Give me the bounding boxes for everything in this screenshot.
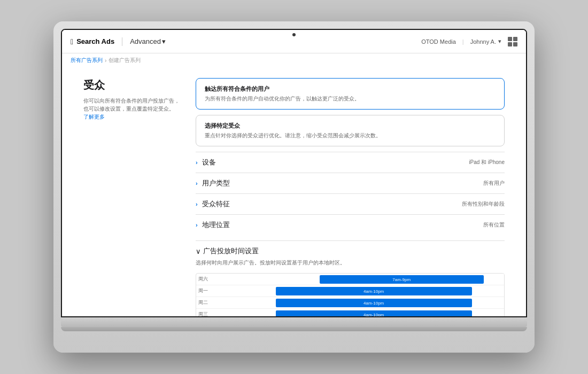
expand-icon-audience_traits: › xyxy=(196,201,198,207)
reach-all-users-option[interactable]: 触达所有符合条件的用户 为所有符合条件的用户自动优化你的广告，以触达更广泛的受众… xyxy=(196,78,505,110)
laptop-base xyxy=(61,317,527,327)
expand-devices[interactable]: › 设备 iPad 和 iPhone xyxy=(196,152,505,173)
audience-section: 受众 你可以向所有符合条件的用户投放广告，也可以修改设置，重点覆盖特定受众。 了… xyxy=(83,78,505,316)
schedule-title-label: 广告投放时间设置 xyxy=(203,246,259,256)
expand-title-audience_traits: 受众特征 xyxy=(202,199,230,209)
search-ads-label: Search Ads xyxy=(76,37,114,45)
expand-location[interactable]: › 地理位置 所有位置 xyxy=(196,214,505,235)
user-name: Johnny A. xyxy=(470,38,496,45)
expand-icon-devices: › xyxy=(196,159,198,166)
chart-bars: 4am-10pm xyxy=(211,309,504,316)
advanced-dropdown[interactable]: Advanced ▾ xyxy=(130,37,166,45)
expand-icon-location: › xyxy=(196,222,198,228)
schedule-section: ∨ 广告投放时间设置 选择何时向用户展示广告。投放时间设置基于用户的本地时区。 … xyxy=(196,240,505,316)
breadcrumb-current: 创建广告系列 xyxy=(109,57,141,64)
expand-title-devices: 设备 xyxy=(202,158,216,167)
breadcrumb: 所有广告系列 › 创建广告系列 xyxy=(62,53,526,67)
chart-row: 周三4am-10pm xyxy=(196,309,504,316)
grid-view-icon[interactable] xyxy=(508,37,517,46)
option2-description: 重点针对你选择的受众进行优化。请注意，缩小受众范围会减少展示次数。 xyxy=(205,132,496,139)
chart-bars: 4am-10pm xyxy=(211,297,504,308)
header-divider xyxy=(122,37,122,46)
option1-title: 触达所有符合条件的用户 xyxy=(205,85,496,93)
audience-title: 受众 xyxy=(83,78,180,92)
chart-day-label: 周一 xyxy=(196,287,211,294)
schedule-toggle[interactable]: ∨ 广告投放时间设置 xyxy=(196,240,505,259)
chart-bars: 4am-10pm xyxy=(211,285,504,297)
expand-icon-user_type: › xyxy=(196,180,198,186)
chart-row: 周六7am-9pm xyxy=(196,274,504,285)
chart-day-label: 周三 xyxy=(196,311,211,316)
expand-audience_traits[interactable]: › 受众特征 所有性别和年龄段 xyxy=(196,193,505,214)
chart-day-label: 周六 xyxy=(196,276,211,283)
expand-title-user_type: 用户类型 xyxy=(202,178,230,188)
schedule-description: 选择何时向用户展示广告。投放时间设置基于用户的本地时区。 xyxy=(196,259,505,267)
expand-value-devices: iPad 和 iPhone xyxy=(469,159,505,166)
breadcrumb-separator: › xyxy=(105,58,106,64)
breadcrumb-all-campaigns[interactable]: 所有广告系列 xyxy=(71,57,103,64)
user-chevron-icon: ▾ xyxy=(498,38,501,45)
header-left:  Search Ads Advanced ▾ xyxy=(71,37,166,46)
learn-more-link[interactable]: 了解更多 xyxy=(83,114,105,120)
chart-day-label: 周二 xyxy=(196,299,211,306)
schedule-expand-icon: ∨ xyxy=(196,247,201,255)
schedule-chart: 周六7am-9pm周一4am-10pm周二4am-10pm周三4am-10pm周… xyxy=(196,273,505,316)
expand-sections: › 设备 iPad 和 iPhone › 用户类型 所有用户 › 受众特征 所有… xyxy=(196,152,505,235)
org-name: OTOD Media xyxy=(421,38,456,45)
chart-row: 周一4am-10pm xyxy=(196,285,504,297)
laptop-foot xyxy=(61,327,527,331)
expand-value-location: 所有位置 xyxy=(483,221,505,229)
chart-bar-filled: 7am-9pm xyxy=(320,275,484,284)
chart-row: 周二4am-10pm xyxy=(196,297,504,309)
option1-description: 为所有符合条件的用户自动优化你的广告，以触达更广泛的受众。 xyxy=(205,95,496,103)
expand-user_type[interactable]: › 用户类型 所有用户 xyxy=(196,173,505,193)
header-right: OTOD Media | Johnny A. ▾ xyxy=(421,37,517,46)
chart-bar-filled: 4am-10pm xyxy=(276,287,472,295)
apple-logo-icon:  xyxy=(71,37,73,46)
expand-value-user_type: 所有用户 xyxy=(483,180,505,187)
main-content: 受众 你可以向所有符合条件的用户投放广告，也可以修改设置，重点覆盖特定受众。 了… xyxy=(62,67,526,316)
chart-bars: 7am-9pm xyxy=(211,274,504,285)
user-menu[interactable]: Johnny A. ▾ xyxy=(470,38,501,45)
audience-description: 你可以向所有符合条件的用户投放广告，也可以修改设置，重点覆盖特定受众。 了解更多 xyxy=(83,97,180,121)
section-label: 受众 你可以向所有符合条件的用户投放广告，也可以修改设置，重点覆盖特定受众。 了… xyxy=(83,78,180,316)
option2-title: 选择特定受众 xyxy=(205,122,496,130)
expand-title-location: 地理位置 xyxy=(202,220,230,230)
advanced-chevron-icon: ▾ xyxy=(162,37,166,45)
specific-audience-option[interactable]: 选择特定受众 重点针对你选择的受众进行优化。请注意，缩小受众范围会减少展示次数。 xyxy=(196,115,505,146)
header-separator: | xyxy=(462,38,464,45)
expand-value-audience_traits: 所有性别和年龄段 xyxy=(462,200,505,208)
chart-bar-filled: 4am-10pm xyxy=(276,299,472,307)
audience-options: 触达所有符合条件的用户 为所有符合条件的用户自动优化你的广告，以触达更广泛的受众… xyxy=(196,78,505,316)
chart-bar-filled: 4am-10pm xyxy=(276,310,472,316)
